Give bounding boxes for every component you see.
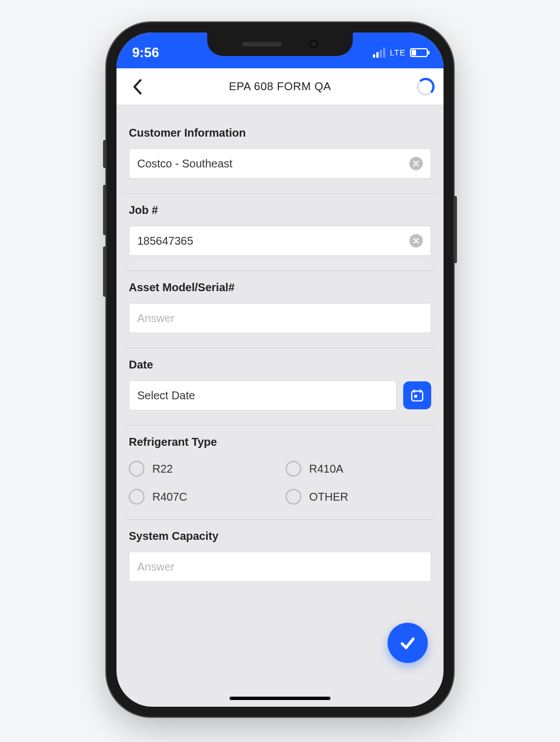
form-body[interactable]: Customer Information Job # [116, 105, 444, 707]
calendar-button[interactable] [403, 381, 431, 409]
radio-r22[interactable]: R22 [129, 461, 274, 477]
loading-spinner-icon [417, 78, 435, 96]
chevron-left-icon [132, 78, 143, 95]
section-date: Date Select Date [127, 348, 433, 426]
radio-icon [286, 489, 301, 505]
radio-icon [129, 461, 144, 477]
capacity-input[interactable] [137, 552, 423, 581]
section-job: Job # [127, 194, 433, 271]
section-customer: Customer Information [127, 116, 433, 194]
job-label: Job # [129, 204, 431, 217]
date-value: Select Date [137, 389, 388, 402]
side-button [103, 140, 106, 168]
status-right: LTE [373, 48, 428, 58]
customer-input-wrap [129, 148, 431, 179]
section-refrigerant: Refrigerant Type R22 R410A R407C [127, 426, 433, 520]
clear-job-button[interactable] [409, 234, 423, 248]
radio-icon [129, 489, 144, 505]
customer-label: Customer Information [129, 127, 431, 139]
radio-r410a-label: R410A [309, 463, 343, 475]
battery-icon [410, 48, 428, 57]
check-icon [398, 633, 417, 652]
section-asset: Asset Model/Serial# [127, 271, 433, 348]
speaker [242, 42, 282, 46]
status-time: 9:56 [132, 45, 159, 60]
nav-header: EPA 608 FORM QA [116, 68, 444, 105]
radio-other-label: OTHER [309, 491, 348, 503]
job-input-wrap [129, 226, 431, 256]
phone-frame: 9:56 LTE EPA 608 FORM QA Customer Inform… [106, 22, 454, 717]
page-title: EPA 608 FORM QA [229, 80, 332, 93]
signal-bars-icon [373, 48, 385, 58]
asset-input-wrap [129, 303, 431, 333]
svg-rect-1 [414, 395, 417, 398]
power-button [454, 196, 457, 263]
date-label: Date [129, 358, 431, 371]
volume-down-button [103, 246, 106, 297]
radio-r407c-label: R407C [152, 491, 187, 503]
radio-r410a[interactable]: R410A [286, 461, 431, 477]
radio-other[interactable]: OTHER [286, 489, 431, 505]
screen: 9:56 LTE EPA 608 FORM QA Customer Inform… [116, 32, 444, 707]
close-icon [413, 161, 419, 166]
volume-up-button [103, 185, 106, 235]
capacity-label: System Capacity [129, 530, 431, 543]
asset-label: Asset Model/Serial# [129, 281, 431, 294]
asset-input[interactable] [137, 304, 423, 333]
date-input-wrap[interactable]: Select Date [129, 380, 396, 410]
refrigerant-options: R22 R410A R407C OTHER [129, 458, 431, 505]
date-row: Select Date [129, 380, 431, 410]
calendar-icon [410, 388, 424, 403]
close-icon [413, 238, 419, 244]
notch [207, 32, 353, 56]
front-camera [310, 40, 318, 48]
submit-fab[interactable] [388, 623, 428, 663]
section-capacity: System Capacity [127, 520, 433, 596]
radio-r407c[interactable]: R407C [129, 489, 274, 505]
refrigerant-label: Refrigerant Type [129, 436, 431, 449]
capacity-input-wrap [129, 552, 431, 582]
network-label: LTE [390, 48, 405, 57]
home-indicator[interactable] [230, 697, 330, 700]
clear-customer-button[interactable] [409, 157, 423, 170]
radio-icon [286, 461, 301, 477]
job-input[interactable] [137, 226, 409, 255]
back-button[interactable] [122, 68, 153, 105]
radio-r22-label: R22 [152, 463, 173, 475]
customer-input[interactable] [137, 149, 409, 178]
